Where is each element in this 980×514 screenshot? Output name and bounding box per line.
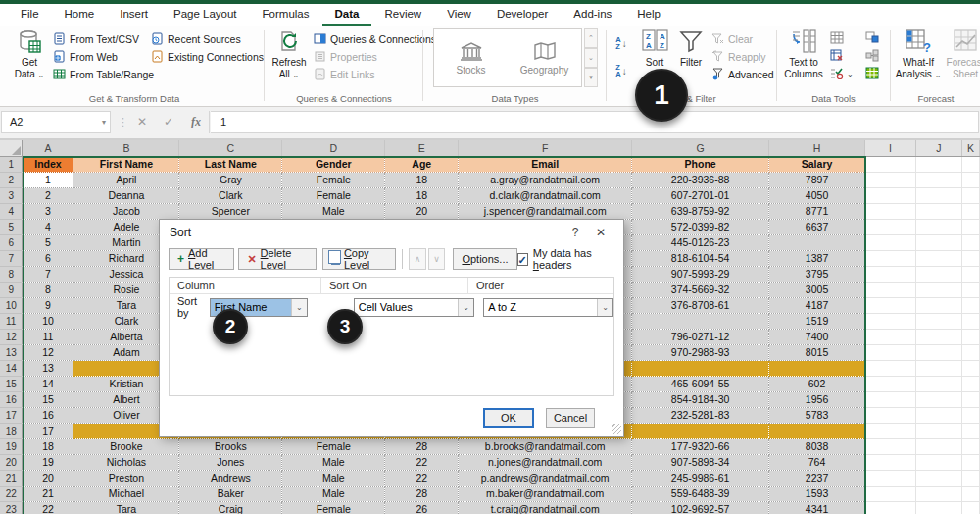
cell[interactable] <box>915 156 961 172</box>
cell[interactable] <box>961 156 979 172</box>
cell[interactable]: n.jones@randatmail.com <box>459 454 632 470</box>
cell[interactable] <box>915 234 961 250</box>
cell[interactable] <box>915 313 961 329</box>
cell[interactable]: 2237 <box>769 470 865 486</box>
cell[interactable] <box>865 486 916 501</box>
cell[interactable]: 19 <box>23 454 74 470</box>
dialog-close-button[interactable]: ✕ <box>588 226 613 239</box>
cell[interactable]: Female <box>282 172 385 187</box>
cell[interactable]: Female <box>282 501 385 514</box>
row-header-6[interactable]: 6 <box>0 234 23 250</box>
cell[interactable] <box>865 501 916 514</box>
row-header-12[interactable]: 12 <box>0 329 23 344</box>
cell[interactable]: Preston <box>74 470 179 486</box>
row-header-8[interactable]: 8 <box>0 266 23 282</box>
delete-level-button[interactable]: ✕ Delete Level <box>238 248 316 270</box>
row-header-4[interactable]: 4 <box>0 203 23 219</box>
cell[interactable] <box>769 234 865 250</box>
cell[interactable]: 18 <box>385 187 459 203</box>
cell[interactable] <box>865 423 916 438</box>
cell[interactable]: b.brooks@randatmail.com <box>459 438 632 454</box>
cell[interactable]: 4050 <box>769 187 865 203</box>
column-header-D[interactable]: D <box>282 140 385 156</box>
cell[interactable]: Jones <box>179 454 282 470</box>
copy-level-button[interactable]: Copy Level <box>322 248 397 270</box>
row-header-16[interactable]: 16 <box>0 391 23 407</box>
cell[interactable] <box>961 172 979 187</box>
cell[interactable] <box>961 282 979 297</box>
cell[interactable]: 639-8759-92 <box>632 203 769 219</box>
cell[interactable] <box>961 297 979 313</box>
header-cell[interactable]: Last Name <box>179 156 282 172</box>
cell[interactable]: 16 <box>23 407 74 423</box>
cell[interactable]: 907-5898-34 <box>632 454 769 470</box>
cell[interactable]: April <box>74 172 179 187</box>
cell[interactable]: Craig <box>179 501 282 514</box>
cell[interactable]: 20 <box>385 203 459 219</box>
cell[interactable] <box>915 454 961 470</box>
row-header-21[interactable]: 21 <box>0 470 23 486</box>
cell[interactable]: 10 <box>23 313 74 329</box>
cell[interactable] <box>865 438 916 454</box>
cell[interactable] <box>865 156 916 172</box>
sort-z-to-a-button[interactable]: ZA↓ <box>610 58 633 83</box>
cell[interactable] <box>865 203 916 219</box>
text-to-columns-button[interactable]: Text to Columns <box>782 28 825 89</box>
cell[interactable]: 970-2988-93 <box>632 344 769 360</box>
row-header-20[interactable]: 20 <box>0 454 23 470</box>
cell[interactable] <box>915 172 961 187</box>
cell[interactable] <box>865 470 916 486</box>
cell[interactable] <box>961 250 979 266</box>
move-up-button[interactable]: ∧ <box>409 248 426 270</box>
cell[interactable]: Andrews <box>179 470 282 486</box>
cell[interactable]: 6637 <box>769 219 865 234</box>
cell[interactable]: 12 <box>23 344 74 360</box>
tab-data[interactable]: Data <box>322 4 372 26</box>
sort-a-to-z-button[interactable]: AZ↓ <box>610 30 633 56</box>
cell[interactable]: 907-5993-29 <box>632 266 769 282</box>
cell[interactable]: Jacob <box>74 203 179 219</box>
gallery-up-button[interactable]: ⌃ <box>584 28 598 48</box>
cell[interactable] <box>961 470 979 486</box>
row-header-7[interactable]: 7 <box>0 250 23 266</box>
tab-view[interactable]: View <box>434 4 484 26</box>
cell[interactable] <box>865 187 916 203</box>
cell[interactable] <box>865 391 916 407</box>
cell[interactable]: 4341 <box>769 501 865 514</box>
cell[interactable] <box>961 391 979 407</box>
cell[interactable] <box>865 282 916 297</box>
consolidate-button[interactable] <box>864 30 880 45</box>
row-header-5[interactable]: 5 <box>0 219 23 234</box>
row-header-9[interactable]: 9 <box>0 282 23 297</box>
cell[interactable] <box>915 329 961 344</box>
cell[interactable]: 18 <box>385 172 459 187</box>
cell[interactable]: 602 <box>769 376 865 391</box>
cell[interactable]: 854-9184-30 <box>632 391 769 407</box>
cell[interactable]: Michael <box>74 486 179 501</box>
cell[interactable] <box>632 423 769 438</box>
cell[interactable] <box>961 501 979 514</box>
tab-file[interactable]: File <box>8 4 52 26</box>
cell[interactable]: Gray <box>179 172 282 187</box>
cell[interactable] <box>865 407 916 423</box>
cell[interactable]: Brooks <box>179 438 282 454</box>
tab-page-layout[interactable]: Page Layout <box>161 4 250 26</box>
column-header-A[interactable]: A <box>23 140 74 156</box>
cell[interactable]: 102-9692-57 <box>632 501 769 514</box>
cell[interactable]: Male <box>282 470 385 486</box>
cell[interactable]: Tara <box>74 501 179 514</box>
geography-tile[interactable]: Geography <box>510 31 579 84</box>
cell[interactable]: 8038 <box>769 438 865 454</box>
cell[interactable]: Female <box>282 438 385 454</box>
cell[interactable]: Baker <box>179 486 282 501</box>
cell[interactable] <box>915 282 961 297</box>
cell[interactable]: 607-2701-01 <box>632 187 769 203</box>
cell[interactable]: 1593 <box>769 486 865 501</box>
cell[interactable] <box>961 344 979 360</box>
cell[interactable]: 28 <box>385 438 459 454</box>
cell[interactable]: Brooke <box>74 438 179 454</box>
cell[interactable]: 14 <box>23 376 74 391</box>
tab-insert[interactable]: Insert <box>107 4 161 26</box>
cell[interactable]: Male <box>282 454 385 470</box>
cell[interactable] <box>915 501 961 514</box>
